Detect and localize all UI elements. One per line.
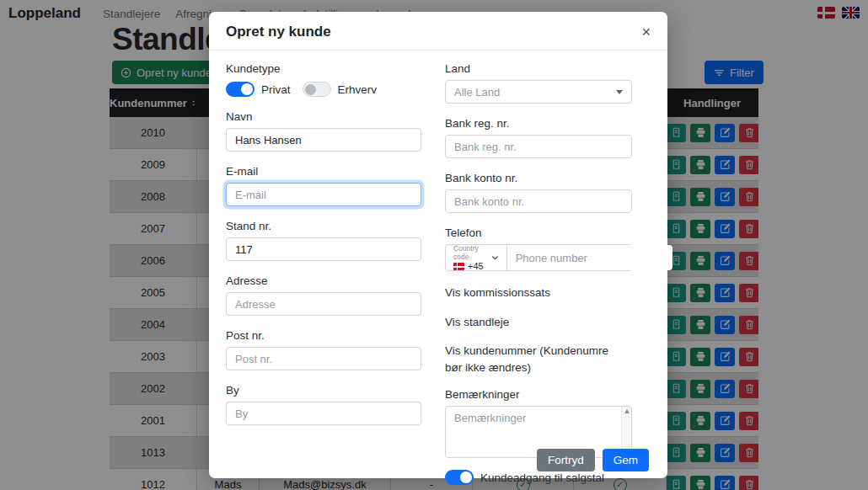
standnr-input[interactable] [226, 237, 421, 261]
kundeadgang-label: Kundeadgang til salgstal [480, 471, 604, 484]
email-field-group: E-mail [226, 165, 421, 206]
close-icon[interactable]: × [641, 24, 651, 40]
email-input[interactable] [226, 183, 421, 206]
bankreg-field-group: Bank reg. nr. [445, 117, 632, 158]
adresse-label: Adresse [226, 274, 421, 287]
chevron-down-icon[interactable] [487, 245, 507, 270]
vis-kommissionssats-label: Vis kommissionssats [445, 285, 632, 301]
bankkonto-input[interactable] [445, 189, 632, 213]
phone-input[interactable] [507, 245, 672, 270]
vis-kundenummer-label: Vis kundenummer (Kundenumre bør ikke ænd… [445, 343, 622, 375]
phone-input-group: Country code +45 [445, 244, 632, 271]
erhverv-toggle[interactable] [303, 82, 331, 97]
navn-input[interactable] [226, 128, 421, 152]
country-code-select[interactable]: Country code +45 [446, 245, 487, 270]
land-label: Land [445, 62, 632, 75]
telefon-field-group: Telefon Country code +45 [445, 226, 632, 271]
country-code-label: Country code [453, 244, 484, 261]
land-select-value: Alle Land [445, 80, 632, 104]
country-code-value: +45 [468, 261, 484, 271]
kundetype-field: Kundetype Privat Erhverv [226, 62, 421, 97]
adresse-field-group: Adresse [226, 274, 421, 316]
modal-right-column: Land Alle Land Bank reg. nr. Bank konto … [445, 62, 632, 485]
postnr-input[interactable] [226, 347, 421, 370]
standnr-field-group: Stand nr. [226, 220, 421, 261]
modal-footer: Fortryd Gem [537, 449, 649, 471]
modal-body: Kundetype Privat Erhverv Navn E-m [209, 51, 667, 485]
privat-toggle[interactable] [226, 82, 255, 97]
bankkonto-field-group: Bank konto nr. [445, 172, 632, 213]
erhverv-label: Erhverv [338, 83, 378, 96]
email-label: E-mail [226, 165, 421, 178]
by-field-group: By [226, 384, 421, 425]
cancel-button[interactable]: Fortryd [537, 449, 595, 471]
bemaerkninger-label: Bemærkninger [445, 388, 632, 401]
navn-field-group: Navn [226, 110, 421, 152]
save-button[interactable]: Gem [603, 449, 649, 471]
danish-flag-icon [453, 263, 464, 270]
standnr-label: Stand nr. [226, 220, 421, 232]
kundeadgang-field: Kundeadgang til salgstal [445, 470, 632, 485]
modal-title: Opret ny kunde [226, 24, 331, 40]
kundeadgang-toggle[interactable] [445, 470, 474, 485]
kundetype-label: Kundetype [226, 62, 421, 75]
postnr-field-group: Post nr. [226, 329, 421, 370]
land-select[interactable]: Alle Land [445, 80, 632, 104]
vis-standleje-label: Vis standleje [445, 314, 632, 331]
bankreg-label: Bank reg. nr. [445, 117, 632, 130]
land-field-group: Land Alle Land [445, 62, 632, 104]
create-customer-modal: Opret ny kunde × Kundetype Privat Erhver… [209, 12, 667, 478]
telefon-label: Telefon [445, 226, 632, 239]
scroll-up-icon[interactable] [624, 409, 630, 413]
by-label: By [226, 384, 421, 397]
by-input[interactable] [226, 402, 421, 425]
modal-header: Opret ny kunde × [209, 12, 667, 51]
navn-label: Navn [226, 110, 421, 123]
bankreg-input[interactable] [445, 135, 632, 158]
modal-left-column: Kundetype Privat Erhverv Navn E-m [226, 62, 421, 485]
privat-label: Privat [261, 83, 291, 96]
postnr-label: Post nr. [226, 329, 421, 342]
adresse-input[interactable] [226, 292, 421, 316]
bankkonto-label: Bank konto nr. [445, 172, 632, 184]
